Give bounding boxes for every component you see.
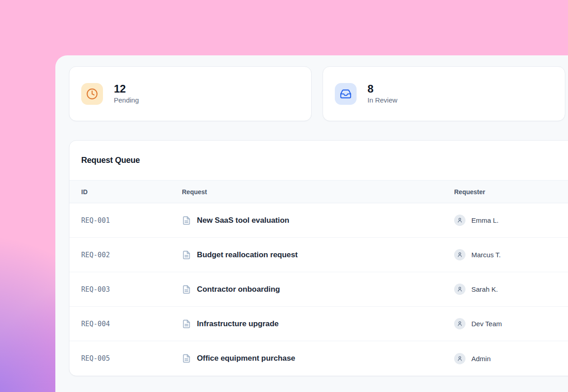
document-icon bbox=[182, 319, 191, 328]
queue-header: Request Queue bbox=[69, 141, 568, 181]
in-review-count: 8 bbox=[367, 83, 397, 95]
requester-cell: Emma L. bbox=[454, 215, 568, 226]
request-id: REQ-004 bbox=[81, 320, 182, 328]
pending-label: Pending bbox=[114, 95, 139, 105]
pending-count: 12 bbox=[114, 83, 139, 95]
request-title: Budget reallocation request bbox=[197, 250, 298, 260]
requester-cell: Admin bbox=[454, 353, 568, 364]
table-row[interactable]: REQ-005 Office equipment purchase Admin bbox=[69, 341, 568, 376]
request-cell: Infrastructure upgrade bbox=[182, 319, 454, 328]
document-icon bbox=[182, 216, 191, 225]
table-header-row: ID Request Requester bbox=[69, 181, 568, 203]
request-id: REQ-003 bbox=[81, 285, 182, 294]
request-queue-card: Request Queue ID Request Requester REQ-0… bbox=[69, 140, 568, 376]
table-row[interactable]: REQ-004 Infrastructure upgrade Dev Team bbox=[69, 307, 568, 341]
stat-text-pending: 12 Pending bbox=[114, 83, 139, 105]
requester-cell: Marcus T. bbox=[454, 249, 568, 260]
request-id: REQ-002 bbox=[81, 251, 182, 259]
column-header-request: Request bbox=[182, 188, 454, 196]
table-row[interactable]: REQ-001 New SaaS tool evaluation Emma L. bbox=[69, 203, 568, 238]
table-row[interactable]: REQ-002 Budget reallocation request Marc… bbox=[69, 238, 568, 272]
requester-name: Marcus T. bbox=[471, 251, 501, 259]
stats-row: 12 Pending 8 In Review bbox=[69, 66, 565, 121]
user-avatar-icon bbox=[454, 353, 465, 364]
column-header-requester: Requester bbox=[454, 188, 568, 196]
requester-name: Admin bbox=[471, 355, 491, 363]
request-title: New SaaS tool evaluation bbox=[197, 216, 289, 225]
request-title: Infrastructure upgrade bbox=[197, 319, 279, 328]
user-avatar-icon bbox=[454, 249, 465, 260]
main-panel: 12 Pending 8 In Review Request Queue ID … bbox=[55, 55, 568, 392]
user-avatar-icon bbox=[454, 318, 465, 329]
requester-cell: Sarah K. bbox=[454, 284, 568, 295]
table-row[interactable]: REQ-003 Contractor onboarding Sarah K. bbox=[69, 272, 568, 307]
stat-card-pending: 12 Pending bbox=[69, 66, 312, 121]
request-title: Office equipment purchase bbox=[197, 354, 295, 363]
app-background: { "colors": { "background_pink": "#ffb7d… bbox=[0, 0, 568, 392]
user-avatar-icon bbox=[454, 284, 465, 295]
table-body: REQ-001 New SaaS tool evaluation Emma L. bbox=[69, 203, 568, 376]
request-title: Contractor onboarding bbox=[197, 285, 280, 294]
requester-name: Sarah K. bbox=[471, 285, 498, 293]
column-header-id: ID bbox=[81, 188, 182, 196]
document-icon bbox=[182, 250, 191, 260]
stat-card-in-review: 8 In Review bbox=[323, 66, 565, 121]
clock-icon bbox=[81, 83, 103, 105]
in-review-label: In Review bbox=[367, 95, 397, 105]
stat-text-in-review: 8 In Review bbox=[367, 83, 397, 105]
requester-cell: Dev Team bbox=[454, 318, 568, 329]
document-icon bbox=[182, 354, 191, 363]
requester-name: Emma L. bbox=[471, 216, 499, 224]
inbox-icon bbox=[335, 83, 357, 105]
request-id: REQ-005 bbox=[81, 354, 182, 363]
queue-title: Request Queue bbox=[81, 156, 140, 165]
request-id: REQ-001 bbox=[81, 216, 182, 225]
request-cell: Budget reallocation request bbox=[182, 250, 454, 260]
document-icon bbox=[182, 285, 191, 294]
requester-name: Dev Team bbox=[471, 320, 502, 328]
request-cell: New SaaS tool evaluation bbox=[182, 216, 454, 225]
user-avatar-icon bbox=[454, 215, 465, 226]
request-cell: Contractor onboarding bbox=[182, 285, 454, 294]
request-cell: Office equipment purchase bbox=[182, 354, 454, 363]
